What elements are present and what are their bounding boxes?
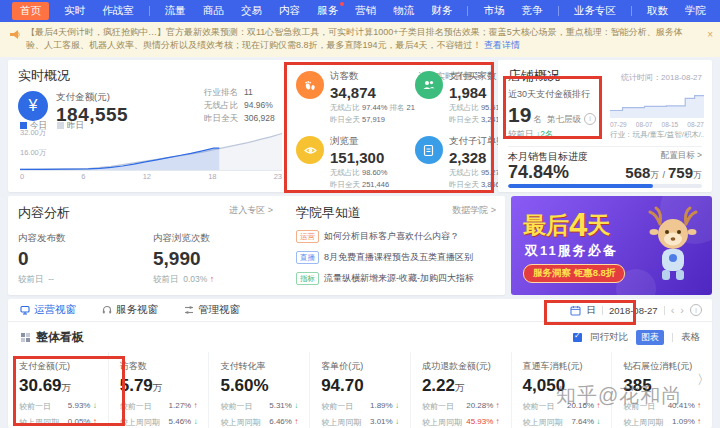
enter-zone-link[interactable]: 进入专区 > bbox=[229, 204, 273, 222]
delta-value: -- bbox=[48, 274, 54, 284]
legend-yesterday: 昨日 bbox=[57, 120, 84, 132]
delta-label: 较前一日 bbox=[321, 401, 353, 412]
metric-name: 客单价(元) bbox=[321, 360, 399, 373]
rank-block: 近30天支付金额排行 19名 第七层级 i 较前日 ↓2名 bbox=[508, 88, 604, 141]
nav-item-logistics[interactable]: 物流 bbox=[391, 3, 416, 19]
info-icon[interactable]: i bbox=[584, 113, 596, 125]
divider bbox=[664, 306, 665, 315]
board-metric-ztc-cost[interactable]: 直通车消耗(元) 4,050 较前一日20.16% ↑ 较上周同期7.64% ↓ bbox=[511, 352, 612, 428]
rank-label: 排名 bbox=[390, 103, 405, 112]
board-metric-conversion[interactable]: 支付转化率 5.60% 较前一日5.31% ↓ 较上周同期6.46% ↑ bbox=[208, 352, 309, 428]
academy-item[interactable]: 运营如何分析目标客户喜欢什么内容？ bbox=[296, 230, 496, 243]
academy-link[interactable]: 数据学院 > bbox=[452, 204, 496, 222]
delta-label: 较上周同期 bbox=[120, 417, 160, 428]
notice-detail-link[interactable]: 查看详情 bbox=[484, 40, 520, 50]
delta-value: 5.46% bbox=[169, 417, 192, 426]
content-views-metric[interactable]: 内容浏览次数 5,990 较前日 0.03% ↑ bbox=[153, 232, 214, 286]
delta-value: 45.93% bbox=[466, 417, 493, 426]
delta-arrow: ↑ bbox=[596, 401, 600, 410]
nav-item-competition[interactable]: 竞争 bbox=[520, 3, 545, 19]
metric-value: 5,990 bbox=[153, 248, 214, 270]
nav-item-marketing[interactable]: 营销 bbox=[353, 3, 378, 19]
realtime-chart-svg bbox=[20, 132, 282, 170]
done-unit: 万 bbox=[650, 170, 659, 180]
board-metric-avg-order[interactable]: 客单价(元) 94.70 较前一日1.89% ↓ 较上周同期3.01% ↓ bbox=[309, 352, 410, 428]
metric-visitors[interactable]: 访客数 34,874 无线占比97.44% 排名21 昨日全天57,919 bbox=[296, 70, 415, 125]
rank-delta-value: 2名 bbox=[540, 129, 553, 139]
nav-item-traffic[interactable]: 流量 bbox=[163, 3, 188, 19]
close-icon[interactable]: × bbox=[707, 28, 713, 41]
nav-item-warroom[interactable]: 作战室 bbox=[100, 3, 136, 19]
compare-checkbox[interactable] bbox=[573, 333, 582, 342]
delta-arrow: ↑ bbox=[193, 401, 197, 410]
nav-item-finance[interactable]: 财务 bbox=[429, 3, 454, 19]
board-metric-visitors[interactable]: 访客数 5.79万 较前一日1.27% ↑ 较上周同期5.46% ↓ bbox=[108, 352, 209, 428]
nav-item-content[interactable]: 内容 bbox=[277, 3, 302, 19]
metric-value: 2.22 bbox=[422, 376, 455, 395]
rank-trend-chart[interactable]: 07-29 08-07 08-15 08-27 行业：玩具/童车/益智/积木/.… bbox=[610, 90, 704, 140]
nav-item-goods[interactable]: 商品 bbox=[201, 3, 226, 19]
tab-service-view[interactable]: 服务视窗 bbox=[102, 303, 158, 317]
content-publish-metric[interactable]: 内容发布数 0 较前日 -- bbox=[18, 232, 66, 286]
prev-day-arrow[interactable]: ‹ bbox=[671, 304, 675, 316]
tab-operation-view[interactable]: 运营视窗 bbox=[20, 303, 76, 317]
stat-time: 统计时间：2018-08-27 bbox=[621, 72, 702, 83]
delta-arrow: ↑ bbox=[294, 417, 298, 426]
delta-arrow: ↓ bbox=[596, 417, 600, 426]
delta-arrow: ↓ bbox=[193, 417, 197, 426]
nav-item-home[interactable]: 首页 bbox=[12, 2, 49, 20]
rank-level: 第七层级 bbox=[547, 114, 581, 124]
realtime-line-chart[interactable] bbox=[20, 132, 282, 171]
delta-label: 较上周同期 bbox=[623, 417, 663, 428]
academy-item-text: 流量纵横新增来源-收藏-加购四大指标 bbox=[324, 272, 474, 285]
delta-label: 较上周同期 bbox=[220, 417, 260, 428]
delta-label: 较前一日 bbox=[120, 401, 152, 412]
delta-value: 1.27% bbox=[169, 401, 192, 410]
yesterday-total-value: 306,928 bbox=[244, 113, 275, 123]
date-value[interactable]: 2018-08-27 bbox=[609, 305, 658, 316]
divider bbox=[602, 306, 603, 315]
info-icon[interactable]: i bbox=[690, 304, 702, 316]
yesterday-total-label: 昨日全天 bbox=[204, 113, 238, 123]
board-metric-diamond-cost[interactable]: 钻石展位消耗(元) 385 较前一日40.41% ↑ 较上周同期1.09% ↑ bbox=[611, 352, 712, 428]
nav-item-trade[interactable]: 交易 bbox=[239, 3, 264, 19]
delta-value: 6.46% bbox=[269, 417, 292, 426]
nav-item-bizzone[interactable]: 业务专区 bbox=[572, 3, 618, 19]
tab-manage-view[interactable]: 管理视窗 bbox=[184, 303, 240, 317]
banner-pill-button[interactable]: 服务洞察 钜惠8.8折 bbox=[523, 264, 625, 283]
sub-value: 3,241 bbox=[481, 115, 500, 124]
promo-banner[interactable]: 最后4天 双11服务必备 服务洞察 钜惠8.8折 bbox=[511, 196, 712, 295]
carousel-next-arrow[interactable]: 〉 bbox=[697, 371, 710, 389]
next-day-arrow[interactable]: › bbox=[680, 304, 684, 316]
nav-item-realtime[interactable]: 实时 bbox=[62, 3, 87, 19]
academy-item-text: 如何分析目标客户喜欢什么内容？ bbox=[324, 230, 459, 243]
content-analysis-title: 内容分析 bbox=[18, 204, 70, 222]
legend-yesterday-swatch bbox=[57, 122, 64, 129]
academy-item[interactable]: 指标流量纵横新增来源-收藏-加购四大指标 bbox=[296, 272, 496, 285]
metric-pageviews[interactable]: 浏览量 151,300 无线占比98.60% 昨日全天251,446 bbox=[296, 135, 415, 190]
top-navigation: 首页 实时 作战室 流量 商品 交易 内容 服务 营销 物流 财务 市场 竞争 … bbox=[0, 0, 720, 22]
headset-icon bbox=[102, 305, 112, 315]
delta-value: 0.05% bbox=[68, 417, 91, 426]
board-metric-pay-amount[interactable]: 支付金额(元) 30.69万 较前一日5.93% ↓ 较上周同期0.05% ↑ bbox=[8, 352, 108, 428]
delta-value: 0.03% bbox=[183, 274, 207, 284]
academy-item-text: 8月免费直播课程预告及五类直播区别 bbox=[324, 251, 473, 264]
delta-value: 20.16% bbox=[567, 401, 594, 410]
rank-delta-label: 较前日 bbox=[508, 129, 534, 139]
table-view-toggle[interactable]: 表格 bbox=[681, 331, 700, 344]
board-metric-refund[interactable]: 成功退款金额(元) 2.22万 较前一日20.28% ↑ 较上周同期45.93%… bbox=[410, 352, 511, 428]
chart-view-toggle[interactable]: 图表 bbox=[636, 330, 664, 345]
academy-item[interactable]: 直播8月免费直播课程预告及五类直播区别 bbox=[296, 251, 496, 264]
megaphone-icon bbox=[9, 29, 20, 40]
nav-item-service[interactable]: 服务 bbox=[315, 3, 340, 19]
rank-chart-xticks: 07-29 08-07 08-15 08-27 bbox=[610, 121, 704, 128]
metric-name: 直通车消耗(元) bbox=[523, 360, 601, 373]
realtime-metric-grid: 访客数 34,874 无线占比97.44% 排名21 昨日全天57,919 支付… bbox=[296, 70, 484, 190]
delta-arrow: ↑ bbox=[496, 401, 500, 410]
delta-label: 较前日 bbox=[18, 274, 44, 284]
nav-item-market[interactable]: 市场 bbox=[482, 3, 507, 19]
nav-divider bbox=[149, 6, 150, 16]
nav-item-data[interactable]: 取数 bbox=[645, 3, 670, 19]
granularity-label[interactable]: 日 bbox=[587, 304, 597, 317]
nav-item-academy[interactable]: 学院 bbox=[683, 3, 708, 19]
